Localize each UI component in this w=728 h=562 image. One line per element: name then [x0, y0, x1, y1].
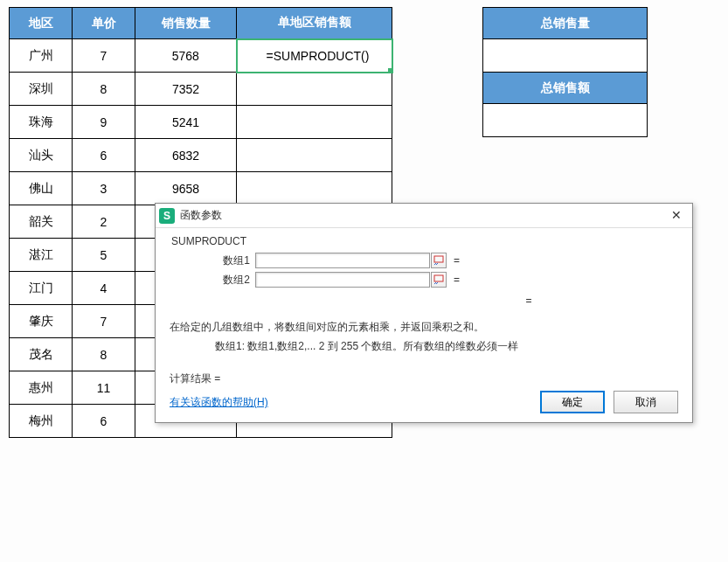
cell-price[interactable]: 6 — [73, 405, 135, 438]
dialog-title: 函数参数 — [180, 208, 222, 223]
cell-sales[interactable]: =SUMPRODUCT() — [237, 39, 392, 73]
table-row: 广州75768=SUMPRODUCT() — [10, 39, 392, 73]
cell-price[interactable]: 6 — [73, 139, 135, 172]
help-link[interactable]: 有关该函数的帮助(H) — [170, 395, 268, 410]
cell-region[interactable]: 广州 — [10, 39, 73, 73]
cell-price[interactable]: 4 — [73, 272, 135, 305]
cell-region[interactable]: 佛山 — [10, 172, 73, 205]
cell-qty[interactable]: 5768 — [135, 39, 237, 73]
calc-result-line: 计算结果 = — [170, 371, 678, 386]
function-name: SUMPRODUCT — [170, 235, 678, 247]
cell-sales[interactable] — [237, 139, 392, 172]
cell-sales[interactable] — [237, 106, 392, 139]
cell-region[interactable]: 梅州 — [10, 405, 73, 438]
cell-qty[interactable]: 5241 — [135, 106, 237, 139]
value-total-qty[interactable] — [483, 39, 648, 73]
range-picker-icon — [433, 274, 444, 285]
header-price: 单价 — [73, 8, 135, 39]
ok-button[interactable]: 确定 — [540, 391, 605, 413]
header-qty: 销售数量 — [135, 8, 237, 39]
value-total-sales[interactable] — [483, 104, 648, 137]
cell-price[interactable]: 8 — [73, 73, 135, 106]
function-arguments-dialog: S 函数参数 ✕ SUMPRODUCT 数组1 = 数组2 = = 在给定的几组… — [155, 203, 693, 423]
cell-region[interactable]: 珠海 — [10, 106, 73, 139]
param2-input[interactable] — [255, 272, 430, 288]
cell-region[interactable]: 江门 — [10, 272, 73, 305]
dialog-titlebar[interactable]: S 函数参数 ✕ — [156, 204, 692, 228]
svg-rect-0 — [434, 256, 443, 262]
cell-region[interactable]: 肇庆 — [10, 305, 73, 338]
svg-rect-1 — [434, 275, 443, 281]
param1-range-picker[interactable] — [431, 253, 447, 268]
param2-range-picker[interactable] — [431, 272, 447, 288]
cell-region[interactable]: 湛江 — [10, 239, 73, 272]
cell-qty[interactable]: 9658 — [135, 172, 237, 205]
cancel-button[interactable]: 取消 — [614, 391, 678, 413]
cell-qty[interactable]: 7352 — [135, 73, 237, 106]
overall-result-eq: = — [379, 295, 678, 307]
param1-input[interactable] — [255, 253, 430, 268]
range-picker-icon — [433, 255, 444, 266]
cell-region[interactable]: 韶关 — [10, 205, 73, 239]
cell-region[interactable]: 惠州 — [10, 371, 73, 405]
header-sales: 单地区销售额 — [237, 8, 392, 39]
cell-price[interactable]: 2 — [73, 205, 135, 239]
table-row: 珠海95241 — [10, 106, 392, 139]
cell-price[interactable]: 5 — [73, 239, 135, 272]
cell-price[interactable]: 3 — [73, 172, 135, 205]
param1-result: = — [454, 254, 460, 267]
function-description-sub: 数组1: 数组1,数组2,... 2 到 255 个数组。所有数组的维数必须一样 — [170, 339, 678, 354]
table-row: 佛山39658 — [10, 172, 392, 205]
param2-result: = — [454, 274, 460, 286]
cell-sales[interactable] — [237, 73, 392, 106]
app-icon: S — [159, 208, 175, 224]
summary-table: 总销售量 总销售额 — [482, 7, 648, 137]
param2-label: 数组2 — [198, 273, 255, 288]
cell-region[interactable]: 汕头 — [10, 139, 73, 172]
function-description: 在给定的几组数组中，将数组间对应的元素相乘，并返回乘积之和。 — [170, 319, 678, 336]
cell-qty[interactable]: 6832 — [135, 139, 237, 172]
table-row: 深圳87352 — [10, 73, 392, 106]
label-total-sales: 总销售额 — [483, 73, 648, 104]
header-region: 地区 — [10, 8, 73, 39]
cell-sales[interactable] — [237, 172, 392, 205]
cell-price[interactable]: 7 — [73, 305, 135, 338]
cell-price[interactable]: 11 — [73, 371, 135, 405]
label-total-qty: 总销售量 — [483, 8, 648, 39]
cell-price[interactable]: 8 — [73, 338, 135, 371]
close-icon[interactable]: ✕ — [664, 205, 689, 225]
cell-price[interactable]: 9 — [73, 106, 135, 139]
cell-region[interactable]: 深圳 — [10, 73, 73, 106]
cell-price[interactable]: 7 — [73, 39, 135, 73]
table-row: 汕头66832 — [10, 139, 392, 172]
param1-label: 数组1 — [198, 253, 255, 268]
cell-region[interactable]: 茂名 — [10, 338, 73, 371]
